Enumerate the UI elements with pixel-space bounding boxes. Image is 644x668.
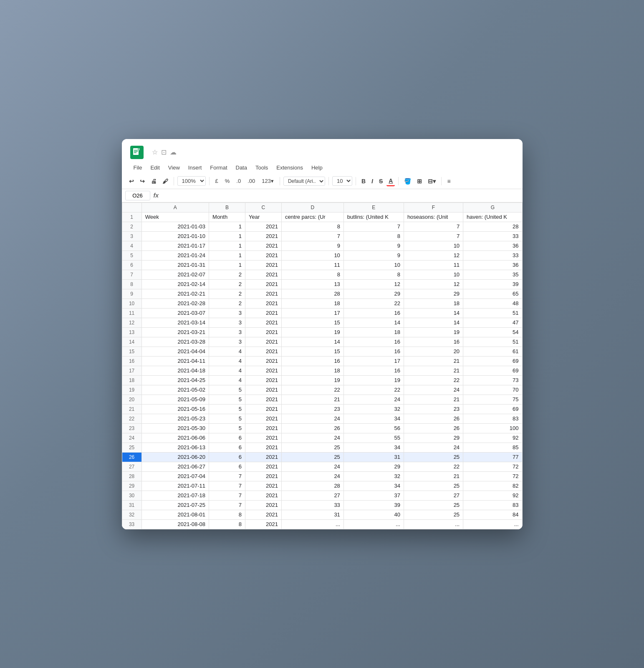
cell-3-b[interactable]: 1 [209, 231, 245, 241]
cell-4-c[interactable]: 2021 [245, 241, 281, 250]
cell-8-g[interactable]: 39 [463, 279, 522, 289]
cell-21-e[interactable]: 32 [343, 404, 404, 414]
cell-1-f[interactable]: hoseasons: (Unit [404, 212, 463, 222]
cell-29-e[interactable]: 34 [343, 481, 404, 491]
row-number-17[interactable]: 17 [122, 366, 141, 375]
cell-27-d[interactable]: 24 [281, 462, 343, 471]
cell-9-d[interactable]: 28 [281, 289, 343, 299]
cell-24-d[interactable]: 24 [281, 433, 343, 443]
cell-15-e[interactable]: 16 [343, 347, 404, 356]
cell-26-e[interactable]: 31 [343, 452, 404, 462]
cell-2-a[interactable]: 2021-01-03 [141, 222, 209, 231]
menu-help[interactable]: Help [308, 163, 326, 172]
row-number-21[interactable]: 21 [122, 404, 141, 414]
cell-18-e[interactable]: 19 [343, 375, 404, 385]
cell-29-f[interactable]: 25 [404, 481, 463, 491]
cell-12-d[interactable]: 15 [281, 318, 343, 327]
cell-16-g[interactable]: 69 [463, 356, 522, 366]
row-number-16[interactable]: 16 [122, 356, 141, 366]
cell-23-c[interactable]: 2021 [245, 423, 281, 433]
cell-7-g[interactable]: 35 [463, 270, 522, 279]
cell-21-b[interactable]: 5 [209, 404, 245, 414]
cell-10-f[interactable]: 18 [404, 299, 463, 308]
row-number-23[interactable]: 23 [122, 423, 141, 433]
cell-6-c[interactable]: 2021 [245, 260, 281, 270]
cell-19-e[interactable]: 22 [343, 385, 404, 395]
decimal-dec-button[interactable]: .0 [234, 177, 243, 185]
cell-1-g[interactable]: haven: (United K [463, 212, 522, 222]
cell-29-g[interactable]: 82 [463, 481, 522, 491]
cell-9-f[interactable]: 29 [404, 289, 463, 299]
cell-8-b[interactable]: 2 [209, 279, 245, 289]
row-number-4[interactable]: 4 [122, 241, 141, 250]
cell-10-d[interactable]: 18 [281, 299, 343, 308]
cell-18-b[interactable]: 4 [209, 375, 245, 385]
cell-20-e[interactable]: 24 [343, 395, 404, 404]
cell-8-e[interactable]: 12 [343, 279, 404, 289]
cell-31-a[interactable]: 2021-07-25 [141, 500, 209, 510]
cell-17-b[interactable]: 4 [209, 366, 245, 375]
cell-1-b[interactable]: Month [209, 212, 245, 222]
italic-button[interactable]: I [369, 177, 375, 186]
col-header-a[interactable]: A [141, 202, 209, 212]
row-number-19[interactable]: 19 [122, 385, 141, 395]
cell-28-c[interactable]: 2021 [245, 471, 281, 481]
cell-24-a[interactable]: 2021-06-06 [141, 433, 209, 443]
cell-25-f[interactable]: 24 [404, 443, 463, 452]
cell-5-b[interactable]: 1 [209, 250, 245, 260]
row-number-27[interactable]: 27 [122, 462, 141, 471]
cell-12-c[interactable]: 2021 [245, 318, 281, 327]
cell-17-f[interactable]: 21 [404, 366, 463, 375]
menu-tools[interactable]: Tools [252, 163, 271, 172]
cell-4-b[interactable]: 1 [209, 241, 245, 250]
cell-2-c[interactable]: 2021 [245, 222, 281, 231]
cell-6-a[interactable]: 2021-01-31 [141, 260, 209, 270]
cell-1-d[interactable]: centre parcs: (Ur [281, 212, 343, 222]
cell-2-g[interactable]: 28 [463, 222, 522, 231]
cell-23-a[interactable]: 2021-05-30 [141, 423, 209, 433]
cell-31-d[interactable]: 33 [281, 500, 343, 510]
row-number-10[interactable]: 10 [122, 299, 141, 308]
cell-24-e[interactable]: 55 [343, 433, 404, 443]
cell-15-c[interactable]: 2021 [245, 347, 281, 356]
cell-32-b[interactable]: 8 [209, 510, 245, 519]
cell-11-e[interactable]: 16 [343, 308, 404, 318]
cell-20-a[interactable]: 2021-05-09 [141, 395, 209, 404]
cell-20-b[interactable]: 5 [209, 395, 245, 404]
cell-16-c[interactable]: 2021 [245, 356, 281, 366]
cell-21-f[interactable]: 23 [404, 404, 463, 414]
row-number-13[interactable]: 13 [122, 327, 141, 337]
cell-7-a[interactable]: 2021-02-07 [141, 270, 209, 279]
row-number-24[interactable]: 24 [122, 433, 141, 443]
cell-7-f[interactable]: 10 [404, 270, 463, 279]
cell-26-b[interactable]: 6 [209, 452, 245, 462]
cell-21-g[interactable]: 69 [463, 404, 522, 414]
cell-19-b[interactable]: 5 [209, 385, 245, 395]
cell-6-e[interactable]: 10 [343, 260, 404, 270]
cell-22-f[interactable]: 26 [404, 414, 463, 423]
cell-26-f[interactable]: 25 [404, 452, 463, 462]
cell-7-d[interactable]: 8 [281, 270, 343, 279]
cell-13-g[interactable]: 54 [463, 327, 522, 337]
cell-6-d[interactable]: 11 [281, 260, 343, 270]
cell-6-b[interactable]: 1 [209, 260, 245, 270]
cell-33-e[interactable]: ... [343, 519, 404, 529]
cell-16-f[interactable]: 21 [404, 356, 463, 366]
cell-24-g[interactable]: 92 [463, 433, 522, 443]
cell-9-e[interactable]: 29 [343, 289, 404, 299]
cell-32-c[interactable]: 2021 [245, 510, 281, 519]
cell-20-c[interactable]: 2021 [245, 395, 281, 404]
row-number-32[interactable]: 32 [122, 510, 141, 519]
star-icon[interactable]: ☆ [152, 148, 158, 156]
cell-13-e[interactable]: 18 [343, 327, 404, 337]
cell-2-d[interactable]: 8 [281, 222, 343, 231]
cell-22-g[interactable]: 83 [463, 414, 522, 423]
fill-color-button[interactable]: 🪣 [402, 177, 413, 186]
folder-icon[interactable]: ⊡ [161, 148, 167, 156]
cell-2-e[interactable]: 7 [343, 222, 404, 231]
cell-30-d[interactable]: 27 [281, 491, 343, 500]
cell-30-f[interactable]: 27 [404, 491, 463, 500]
cell-22-e[interactable]: 34 [343, 414, 404, 423]
cell-5-g[interactable]: 33 [463, 250, 522, 260]
cell-26-g[interactable]: 77 [463, 452, 522, 462]
